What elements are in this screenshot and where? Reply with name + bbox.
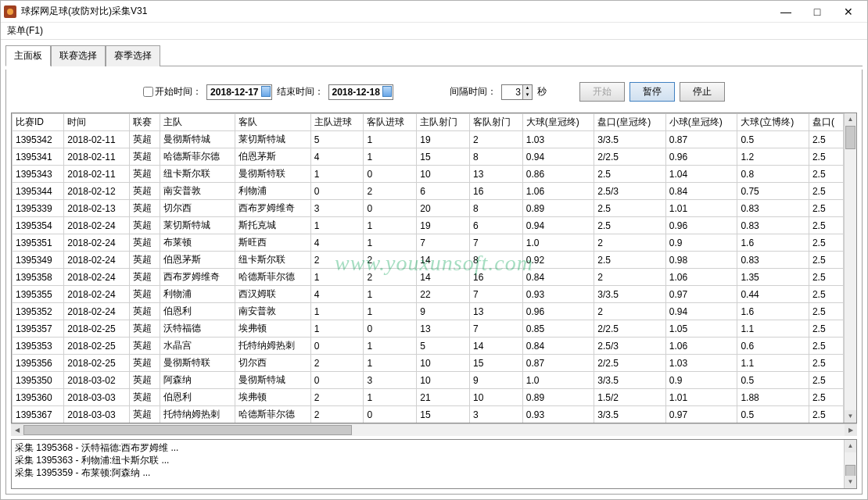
column-header[interactable]: 主队射门 <box>417 114 470 131</box>
column-header[interactable]: 主队 <box>160 114 235 131</box>
column-header[interactable]: 盘口(皇冠终) <box>594 114 666 131</box>
column-header[interactable]: 比赛ID <box>13 114 64 131</box>
scroll-down-arrow[interactable]: ▼ <box>845 410 856 423</box>
table-cell: 南安普敦 <box>160 183 235 200</box>
start-time-input[interactable]: 2018-12-17 <box>206 84 271 100</box>
scroll-left-arrow[interactable]: ◀ <box>11 424 23 436</box>
close-button[interactable]: ✕ <box>833 1 864 23</box>
calendar-icon[interactable] <box>261 86 271 97</box>
table-cell: 3 <box>310 200 364 217</box>
tab-season-select[interactable]: 赛季选择 <box>106 45 160 66</box>
table-cell: 0.5 <box>737 131 809 148</box>
table-cell: 0.96 <box>665 148 737 166</box>
stop-button[interactable]: 停止 <box>680 82 725 102</box>
table-row[interactable]: 13953422018-02-11英超曼彻斯特城莱切斯特城511921.033/… <box>13 131 844 148</box>
table-row[interactable]: 13953672018-03-03英超托特纳姆热刺哈德斯菲尔德201530.93… <box>13 406 844 423</box>
column-header[interactable]: 客队射门 <box>470 114 523 131</box>
table-row[interactable]: 13953552018-02-24英超利物浦西汉姆联412270.933/3.5… <box>13 286 844 303</box>
table-cell: 0 <box>364 200 417 217</box>
table-row[interactable]: 13953532018-02-25英超水晶宫托特纳姆热刺015140.842.5… <box>13 338 844 355</box>
table-cell: 1 <box>310 303 364 320</box>
interval-label: 间隔时间： <box>450 85 497 98</box>
table-cell: 0 <box>364 406 417 423</box>
table-row[interactable]: 13953502018-03-02英超阿森纳曼彻斯特城031091.03/3.5… <box>13 372 844 389</box>
spinner[interactable]: ▲▼ <box>522 85 532 99</box>
table-row[interactable]: 13953432018-02-11英超纽卡斯尔联曼彻斯特联1010130.862… <box>13 166 844 183</box>
column-header[interactable]: 大球(皇冠终) <box>522 114 594 131</box>
table-cell: 0.94 <box>522 217 594 234</box>
menu-item[interactable]: 菜单(F1) <box>7 25 43 36</box>
horizontal-scrollbar[interactable]: ◀ ▶ <box>11 423 857 436</box>
table-row[interactable]: 13953492018-02-24英超伯恩茅斯纽卡斯尔联221480.922.5… <box>13 252 844 269</box>
column-header[interactable]: 联赛 <box>129 114 160 131</box>
table-row[interactable]: 13953582018-02-24英超西布罗姆维奇哈德斯菲尔德1214160.8… <box>13 269 844 286</box>
pause-button[interactable]: 暂停 <box>629 82 675 102</box>
table-cell: 2018-02-24 <box>64 217 130 234</box>
table-cell: 1.6 <box>737 303 809 320</box>
table-cell: 2018-02-24 <box>64 286 130 303</box>
table-cell: 莱切斯特城 <box>235 131 310 148</box>
tab-main[interactable]: 主面板 <box>5 45 51 66</box>
table-cell: 2018-02-24 <box>64 234 130 252</box>
table-cell: 4 <box>310 286 364 303</box>
vertical-scrollbar[interactable]: ▲ ▼ <box>844 113 856 423</box>
end-time-input[interactable]: 2018-12-18 <box>328 84 393 100</box>
column-header[interactable]: 客队进球 <box>364 114 417 131</box>
scroll-thumb[interactable] <box>23 425 352 435</box>
scroll-thumb[interactable] <box>845 126 855 149</box>
table-cell: 8 <box>470 252 523 269</box>
table-cell: 哈德斯菲尔德 <box>235 269 310 286</box>
table-cell: 0.9 <box>665 234 737 252</box>
maximize-button[interactable]: □ <box>802 1 833 23</box>
tab-league-select[interactable]: 联赛选择 <box>51 45 106 66</box>
table-cell: 1395339 <box>13 200 64 217</box>
table-cell: 切尔西 <box>160 200 235 217</box>
scroll-down-arrow[interactable]: ▼ <box>845 476 856 488</box>
table-cell: 英超 <box>129 252 160 269</box>
table-cell: 0.83 <box>737 217 809 234</box>
table-cell: 沃特福德 <box>160 320 235 338</box>
table-row[interactable]: 13953542018-02-24英超莱切斯特城斯托克城111960.942.5… <box>13 217 844 234</box>
start-button[interactable]: 开始 <box>579 82 625 102</box>
interval-input[interactable]: 3 ▲▼ <box>501 84 533 100</box>
column-header[interactable]: 小球(皇冠终) <box>665 114 737 131</box>
table-row[interactable]: 13953522018-02-24英超伯恩利南安普敦119130.9620.94… <box>13 303 844 320</box>
table-cell: 西汉姆联 <box>235 286 310 303</box>
table-cell: 阿森纳 <box>160 372 235 389</box>
minimize-button[interactable]: — <box>770 1 802 23</box>
table-cell: 0 <box>310 372 364 389</box>
table-cell: 0.98 <box>665 252 737 269</box>
start-time-checkbox[interactable] <box>143 87 153 97</box>
table-row[interactable]: 13953562018-02-25英超曼彻斯特联切尔西2110150.872/2… <box>13 355 844 372</box>
table-cell: 2 <box>364 183 417 200</box>
table-row[interactable]: 13953512018-02-24英超布莱顿斯旺西41771.020.91.62… <box>13 234 844 252</box>
column-header[interactable]: 主队进球 <box>310 114 364 131</box>
scroll-up-arrow[interactable]: ▲ <box>845 440 856 452</box>
table-cell: 1.03 <box>665 355 737 372</box>
scroll-right-arrow[interactable]: ▶ <box>845 424 857 436</box>
table-cell: 0.5 <box>737 372 809 389</box>
column-header[interactable]: 客队 <box>235 114 310 131</box>
table-scroll[interactable]: 比赛ID时间联赛主队客队主队进球客队进球主队射门客队射门大球(皇冠终)盘口(皇冠… <box>12 113 844 423</box>
table-row[interactable]: 13953602018-03-03英超伯恩利埃弗顿2121100.891.5/2… <box>13 389 844 406</box>
app-window: 球探网足球(攻防对比)采集V31 — □ ✕ 菜单(F1) 主面板 联赛选择 赛… <box>0 0 868 500</box>
table-row[interactable]: 13953442018-02-12英超南安普敦利物浦026161.062.5/3… <box>13 183 844 200</box>
log-vertical-scrollbar[interactable]: ▲ ▼ <box>844 440 856 488</box>
table-cell: 英超 <box>129 234 160 252</box>
table-row[interactable]: 13953412018-02-11英超哈德斯菲尔德伯恩茅斯411580.942/… <box>13 148 844 166</box>
table-row[interactable]: 13953392018-02-13英超切尔西西布罗姆维奇302080.892.5… <box>13 200 844 217</box>
calendar-icon[interactable] <box>382 86 392 97</box>
table-cell: 1 <box>310 217 364 234</box>
log-line: 采集 1395359 - 布莱顿:阿森纳 ... <box>15 466 841 479</box>
table-cell: 2018-02-25 <box>64 320 130 338</box>
column-header[interactable]: 大球(立博终) <box>737 114 809 131</box>
table-cell: 1395360 <box>13 389 64 406</box>
table-cell: 曼彻斯特联 <box>235 166 310 183</box>
table-cell: 4 <box>310 148 364 166</box>
column-header[interactable]: 时间 <box>64 114 130 131</box>
column-header[interactable]: 盘口( <box>809 114 843 131</box>
table-row[interactable]: 13953572018-02-25英超沃特福德埃弗顿101370.852/2.5… <box>13 320 844 338</box>
scroll-up-arrow[interactable]: ▲ <box>845 113 856 126</box>
table-cell: 1.0 <box>522 372 594 389</box>
table-cell: 1.06 <box>665 269 737 286</box>
